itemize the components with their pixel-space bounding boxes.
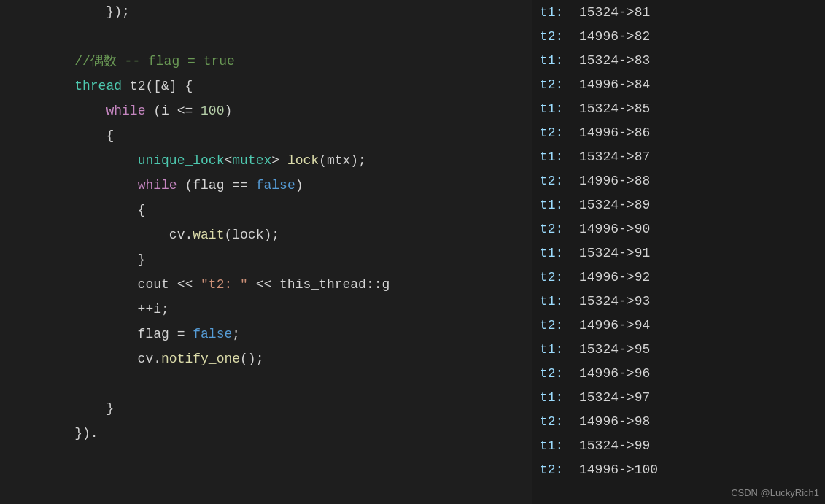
code-text (40, 25, 532, 49)
output-label: t1: (540, 150, 579, 164)
code-text: unique_lock<mutex> lock(mtx); (40, 149, 532, 173)
code-line-flag-false: flag = false; (0, 322, 532, 347)
output-value: 14996->92 (579, 270, 650, 284)
output-line: t1: 15324->99 (540, 433, 818, 457)
output-label: t2: (540, 125, 579, 140)
code-line-brace-close2: } (0, 397, 532, 422)
code-line-cout: cout << "t2: " << this_thread::g (0, 273, 532, 298)
output-value: 15324->87 (579, 150, 650, 164)
output-panel: t1: 15324->81 t2: 14996->82 t1: 15324->8… (532, 0, 825, 504)
output-line: t2: 14996->100 (540, 457, 818, 481)
output-label: t1: (540, 390, 579, 405)
output-line: t2: 14996->94 (540, 313, 818, 337)
code-text: thread t2([&] { (40, 74, 532, 98)
output-value: 14996->96 (579, 366, 650, 381)
output-line: t1: 15324->91 (540, 241, 818, 265)
code-text: cv.notify_one(); (40, 347, 532, 371)
output-value: 14996->98 (579, 414, 650, 429)
code-text: } (40, 397, 532, 421)
code-panel: }); //偶数 -- flag = true ⊟ thread t2([&] … (0, 0, 532, 504)
output-label: t1: (540, 438, 579, 453)
output-line: t2: 14996->90 (540, 217, 818, 241)
code-text: flag = false; (40, 322, 532, 346)
code-line-brace-close1: } (0, 248, 532, 273)
output-value: 15324->97 (579, 390, 650, 405)
output-line: t1: 15324->97 (540, 385, 818, 409)
output-line: t1: 15324->87 (540, 144, 818, 168)
code-text: while (i <= 100) (40, 99, 532, 123)
code-line-empty (0, 372, 532, 397)
code-text: } (40, 248, 532, 272)
output-value: 14996->82 (579, 29, 650, 44)
output-value: 15324->99 (579, 438, 650, 453)
output-label: t1: (540, 198, 579, 212)
output-value: 15324->81 (579, 5, 650, 20)
output-line-top: t1: 15324->81 (540, 0, 818, 24)
output-label: t2: (540, 29, 579, 44)
output-value: 14996->94 (579, 318, 650, 333)
code-text: { (40, 198, 532, 222)
output-value: 15324->95 (579, 342, 650, 357)
output-label: t2: (540, 462, 579, 477)
output-line: t1: 15324->89 (540, 193, 818, 217)
output-value: 14996->86 (579, 125, 650, 140)
output-label: t1: (540, 342, 579, 357)
code-line (0, 25, 532, 50)
code-text: //偶数 -- flag = true (40, 50, 532, 74)
output-line: t2: 14996->92 (540, 265, 818, 289)
code-line-while2: ⊟ while (flag == false) (0, 174, 532, 198)
output-label: t2: (540, 366, 579, 381)
code-line-brace-open: { (0, 124, 532, 149)
watermark: CSDN @LuckyRich1 (731, 487, 819, 498)
output-line: t1: 15324->95 (540, 337, 818, 361)
output-value: 14996->90 (579, 222, 650, 236)
output-label: t2: (540, 77, 579, 92)
code-text: }); (40, 0, 532, 24)
output-value: 15324->89 (579, 198, 650, 212)
code-line-brace-open2: { (0, 198, 532, 223)
output-label: t2: (540, 222, 579, 236)
output-label: t1: (540, 246, 579, 260)
output-label: t2: (540, 174, 579, 188)
output-value: 15324->85 (579, 101, 650, 116)
output-line: t1: 15324->93 (540, 289, 818, 313)
output-line: t2: 14996->82 (540, 24, 818, 48)
code-line-increment: ++i; (0, 298, 532, 322)
code-line: }); (0, 0, 532, 25)
output-value: 15324->93 (579, 294, 650, 309)
code-line-comment: //偶数 -- flag = true (0, 50, 532, 74)
code-line-while1: ⊟ while (i <= 100) (0, 99, 532, 124)
output-line: t1: 15324->83 (540, 48, 818, 72)
output-value: 14996->84 (579, 77, 650, 92)
output-label: t1: (540, 53, 579, 68)
output-label: t1: (540, 5, 579, 20)
output-value: 15324->83 (579, 53, 650, 68)
output-line: t1: 15324->85 (540, 96, 818, 120)
output-label: t1: (540, 294, 579, 309)
output-line: t2: 14996->88 (540, 168, 818, 193)
code-text: { (40, 124, 532, 148)
output-line: t2: 14996->98 (540, 409, 818, 433)
code-line-unique-lock: unique_lock<mutex> lock(mtx); (0, 149, 532, 174)
code-text: cv.wait(lock); (40, 223, 532, 247)
output-line: t2: 14996->84 (540, 72, 818, 96)
code-text: cout << "t2: " << this_thread::g (40, 273, 532, 297)
code-text: ++i; (40, 298, 532, 322)
output-line: t2: 14996->96 (540, 361, 818, 385)
output-value: 14996->100 (579, 462, 658, 477)
output-label: t2: (540, 414, 579, 429)
code-line-cv-wait: cv.wait(lock); (0, 223, 532, 248)
output-label: t1: (540, 101, 579, 116)
output-label: t2: (540, 318, 579, 333)
code-text (40, 372, 532, 396)
code-line-end: }). (0, 422, 532, 446)
output-label: t2: (540, 270, 579, 284)
code-line-thread: ⊟ thread t2([&] { (0, 74, 532, 99)
output-value: 14996->88 (579, 174, 650, 188)
output-value: 15324->91 (579, 246, 650, 260)
code-text: }). (40, 422, 532, 446)
output-line: t2: 14996->86 (540, 120, 818, 144)
code-line-notify: cv.notify_one(); (0, 347, 532, 372)
code-text: while (flag == false) (40, 174, 532, 198)
